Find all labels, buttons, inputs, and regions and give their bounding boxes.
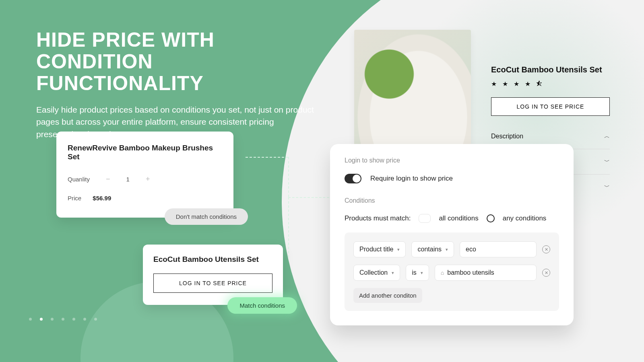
quantity-row: Quanlity − 1 + (68, 175, 222, 183)
carousel-dot[interactable] (94, 318, 97, 321)
condition-field-select[interactable]: Product title▾ (353, 241, 406, 257)
no-match-badge: Don't match conditions (165, 208, 248, 225)
product-title: EcoCut Bamboo Utensils Set (153, 255, 272, 264)
product-image (354, 30, 471, 146)
carousel-dots (29, 318, 97, 321)
section-label-conditions: Conditions (345, 197, 559, 204)
require-login-toggle[interactable] (345, 174, 361, 183)
carousel-dot[interactable] (29, 318, 32, 321)
product-card-brushes: RenewRevive Bamboo Makeup Brushes Set Qu… (56, 132, 233, 218)
condition-field-select[interactable]: Collection▾ (353, 265, 400, 281)
condition-row: Collection▾ is▾ ⌂ bamboo utensils ✕ (353, 265, 550, 281)
connector-line (288, 197, 329, 198)
chevron-down-icon: ﹀ (604, 183, 610, 191)
remove-condition-icon[interactable]: ✕ (542, 245, 550, 253)
section-label-login: Login to show price (345, 157, 559, 164)
chevron-down-icon: ▾ (421, 270, 423, 276)
star-half-icon: ⯪ (536, 80, 543, 88)
price-row: Price $56.99 (68, 195, 222, 202)
quantity-value: 1 (126, 176, 130, 183)
match-mode-row: Products must match: all conditions any … (345, 214, 559, 223)
star-icon: ★ (491, 80, 497, 88)
match-badge: Match conditions (227, 297, 297, 314)
add-condition-button[interactable]: Add another conditon (353, 288, 422, 303)
require-login-label: Require login to show price (370, 175, 453, 183)
carousel-dot[interactable] (62, 318, 64, 321)
connector-line (288, 197, 289, 257)
require-login-row: Require login to show price (345, 174, 559, 183)
chevron-down-icon: ▾ (392, 270, 394, 276)
connector-line (288, 157, 289, 197)
radio-all-conditions[interactable] (419, 214, 431, 223)
radio-any-conditions[interactable] (487, 214, 495, 222)
radio-all-label: all conditions (439, 214, 478, 222)
conditions-box: Product title▾ contains▾ eco ✕ Collectio… (345, 232, 559, 311)
chevron-up-icon: ︿ (604, 133, 610, 140)
condition-operator-select[interactable]: is▾ (406, 265, 429, 281)
condition-value-input[interactable]: ⌂ bamboo utensils (435, 265, 537, 281)
condition-row: Product title▾ contains▾ eco ✕ (353, 241, 550, 257)
plus-icon[interactable]: + (146, 175, 150, 183)
price-value: $56.99 (93, 195, 111, 202)
product-title: RenewRevive Bamboo Makeup Brushes Set (68, 144, 222, 161)
carousel-dot[interactable] (83, 318, 86, 321)
hero-heading: HIDE PRICE WITH CONDITION FUNCTIONALITY … (36, 29, 318, 140)
quantity-label: Quanlity (68, 176, 90, 183)
chevron-down-icon: ▾ (446, 247, 448, 252)
login-to-see-price-button[interactable]: LOG IN TO SEE PRICE (153, 274, 272, 293)
star-icon: ★ (502, 80, 508, 88)
match-prompt: Products must match: (345, 214, 411, 222)
star-icon: ★ (514, 80, 519, 88)
chevron-down-icon: ﹀ (604, 158, 610, 165)
price-label: Price (68, 195, 81, 202)
carousel-dot-active[interactable] (40, 318, 43, 321)
accordion-label: Description (491, 133, 523, 140)
conditions-settings-card: Login to show price Require login to sho… (330, 144, 574, 325)
condition-value-input[interactable]: eco (460, 241, 537, 257)
login-to-see-price-button[interactable]: LOG IN TO SEE PRICE (491, 97, 610, 116)
product-detail-title: EcoCut Bamboo Utensils Set (491, 65, 610, 74)
radio-any-label: any conditions (503, 214, 547, 222)
connector-line (246, 157, 288, 158)
remove-condition-icon[interactable]: ✕ (542, 269, 550, 277)
product-card-utensils: EcoCut Bamboo Utensils Set LOG IN TO SEE… (143, 245, 283, 305)
star-icon: ★ (525, 80, 530, 88)
carousel-dot[interactable] (51, 318, 54, 321)
minus-icon[interactable]: − (106, 175, 110, 183)
carousel-dot[interactable] (72, 318, 75, 321)
hero-title: HIDE PRICE WITH CONDITION FUNCTIONALITY (36, 29, 318, 94)
tag-icon: ⌂ (441, 269, 444, 276)
chevron-down-icon: ▾ (397, 247, 400, 252)
star-rating: ★ ★ ★ ★ ⯪ (491, 80, 610, 88)
condition-operator-select[interactable]: contains▾ (411, 241, 454, 257)
quantity-stepper: − 1 + (106, 175, 150, 183)
